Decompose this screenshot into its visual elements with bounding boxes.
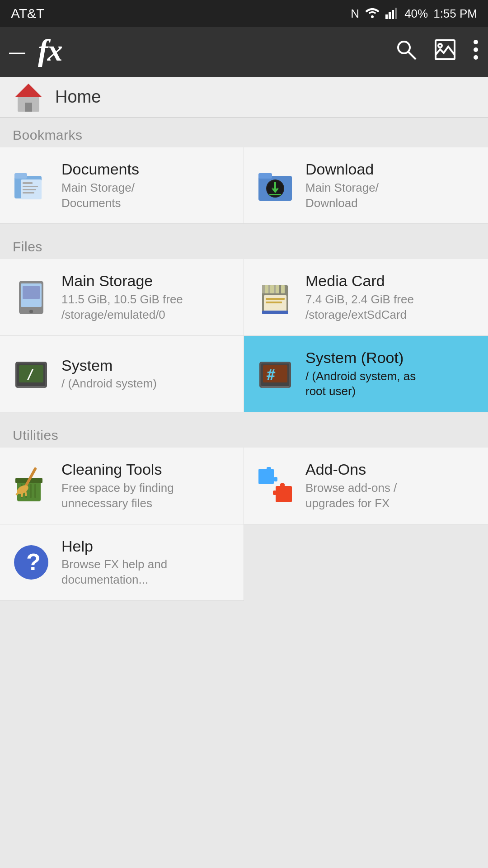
svg-rect-44 — [262, 311, 288, 314]
svg-point-9 — [438, 44, 442, 47]
svg-line-64 — [22, 491, 23, 497]
search-icon[interactable] — [395, 38, 418, 66]
svg-rect-39 — [276, 285, 279, 293]
svg-rect-59 — [30, 484, 32, 498]
help-text: Help Browse FX help anddocumentation... — [61, 537, 233, 588]
item-help[interactable]: ? Help Browse FX help anddocumentation..… — [0, 524, 244, 601]
svg-rect-69 — [276, 486, 292, 502]
svg-rect-33 — [23, 286, 40, 299]
app-logo: fx — [38, 31, 386, 73]
add-ons-icon — [255, 465, 296, 506]
svg-point-34 — [29, 310, 33, 313]
download-icon — [255, 165, 296, 206]
main-storage-subtitle: 11.5 GiB, 10.5 GiB free/storage/emulated… — [61, 292, 233, 323]
svg-rect-30 — [269, 194, 281, 195]
svg-rect-68 — [274, 477, 277, 481]
svg-rect-38 — [270, 285, 274, 293]
add-ons-title: Add-Ons — [305, 460, 477, 479]
system-subtitle: / (Android system) — [61, 376, 233, 392]
svg-line-7 — [408, 52, 416, 59]
item-cleaning-tools[interactable]: Cleaning Tools Free space by findingunne… — [0, 448, 244, 524]
main-storage-icon — [11, 277, 52, 318]
gallery-icon[interactable] — [434, 38, 456, 66]
svg-point-6 — [398, 42, 410, 53]
svg-rect-24 — [258, 173, 272, 179]
download-text: Download Main Storage/Download — [305, 160, 477, 211]
item-download[interactable]: Download Main Storage/Download — [244, 147, 488, 224]
main-storage-title: Main Storage — [61, 272, 233, 290]
svg-rect-42 — [266, 298, 285, 300]
svg-rect-15 — [25, 103, 32, 112]
item-main-storage[interactable]: Main Storage 11.5 GiB, 10.5 GiB free/sto… — [0, 259, 244, 335]
item-system-root[interactable]: # System (Root) / (Android system, asroo… — [244, 336, 488, 412]
item-media-card[interactable]: Media Card 7.4 GiB, 2.4 GiB free/storage… — [244, 259, 488, 335]
svg-rect-21 — [23, 189, 36, 190]
media-card-title: Media Card — [305, 272, 477, 290]
svg-rect-37 — [265, 285, 268, 293]
home-icon[interactable] — [13, 81, 44, 113]
svg-rect-20 — [23, 186, 38, 187]
svg-text:?: ? — [26, 549, 41, 575]
system-root-text: System (Root) / (Android system, asroot … — [305, 349, 477, 399]
svg-point-10 — [474, 40, 478, 44]
toolbar-actions — [395, 38, 479, 66]
svg-rect-43 — [266, 302, 282, 303]
cleaning-tools-icon — [11, 465, 52, 506]
signal-icon — [385, 5, 399, 22]
svg-text:#: # — [267, 366, 276, 383]
svg-point-11 — [474, 47, 478, 52]
svg-rect-3 — [392, 10, 394, 19]
bottom-area — [0, 601, 488, 782]
section-utilities-label: Utilities — [0, 418, 488, 448]
svg-rect-2 — [389, 12, 391, 19]
bookmarks-grid: Documents Main Storage/Documents Downloa… — [0, 147, 488, 224]
status-bar: AT&T N 40% 1:55 PM — [0, 0, 488, 27]
media-card-icon — [255, 277, 296, 318]
help-icon: ? — [11, 542, 52, 583]
svg-rect-22 — [23, 192, 34, 193]
add-ons-text: Add-Ons Browse add-ons /upgrades for FX — [305, 460, 477, 511]
battery-label: 40% — [404, 7, 428, 21]
svg-rect-49 — [17, 386, 45, 388]
download-subtitle: Main Storage/Download — [305, 180, 477, 211]
menu-icon[interactable]: — — [9, 42, 25, 61]
svg-rect-1 — [385, 14, 388, 19]
svg-text:fx: fx — [38, 33, 62, 67]
more-icon[interactable] — [473, 38, 479, 66]
item-add-ons[interactable]: Add-Ons Browse add-ons /upgrades for FX — [244, 448, 488, 524]
svg-point-0 — [371, 15, 374, 18]
documents-title: Documents — [61, 160, 233, 179]
svg-marker-14 — [15, 84, 42, 97]
item-system[interactable]: / System / (Android system) — [0, 336, 244, 412]
status-icons: N 40% 1:55 PM — [351, 5, 477, 23]
breadcrumb-home-label: Home — [55, 87, 101, 107]
item-documents[interactable]: Documents Main Storage/Documents — [0, 147, 244, 224]
section-bookmarks-label: Bookmarks — [0, 118, 488, 147]
wifi-icon — [365, 5, 380, 23]
cleaning-tools-subtitle: Free space by findingunnecessary files — [61, 481, 233, 511]
carrier-label: AT&T — [11, 6, 44, 21]
files-grid: Main Storage 11.5 GiB, 10.5 GiB free/sto… — [0, 259, 488, 412]
system-root-subtitle: / (Android system, asroot user) — [305, 369, 477, 400]
svg-text:/: / — [26, 366, 34, 382]
svg-rect-54 — [261, 386, 289, 388]
download-title: Download — [305, 160, 477, 179]
svg-rect-66 — [258, 469, 274, 484]
system-text: System / (Android system) — [61, 356, 233, 392]
main-storage-text: Main Storage 11.5 GiB, 10.5 GiB free/sto… — [61, 272, 233, 322]
system-icon: / — [11, 354, 52, 394]
svg-rect-71 — [280, 483, 285, 487]
svg-point-12 — [474, 55, 478, 60]
svg-rect-60 — [34, 484, 36, 498]
cleaning-tools-text: Cleaning Tools Free space by findingunne… — [61, 460, 233, 511]
documents-text: Documents Main Storage/Documents — [61, 160, 233, 211]
cleaning-tools-title: Cleaning Tools — [61, 460, 233, 479]
system-root-title: System (Root) — [305, 349, 477, 367]
media-card-subtitle: 7.4 GiB, 2.4 GiB free/storage/extSdCard — [305, 292, 477, 323]
help-title: Help — [61, 537, 233, 556]
svg-rect-4 — [395, 8, 397, 19]
time-label: 1:55 PM — [433, 7, 477, 21]
nfc-icon: N — [351, 7, 359, 21]
svg-rect-67 — [267, 467, 271, 471]
media-card-text: Media Card 7.4 GiB, 2.4 GiB free/storage… — [305, 272, 477, 322]
